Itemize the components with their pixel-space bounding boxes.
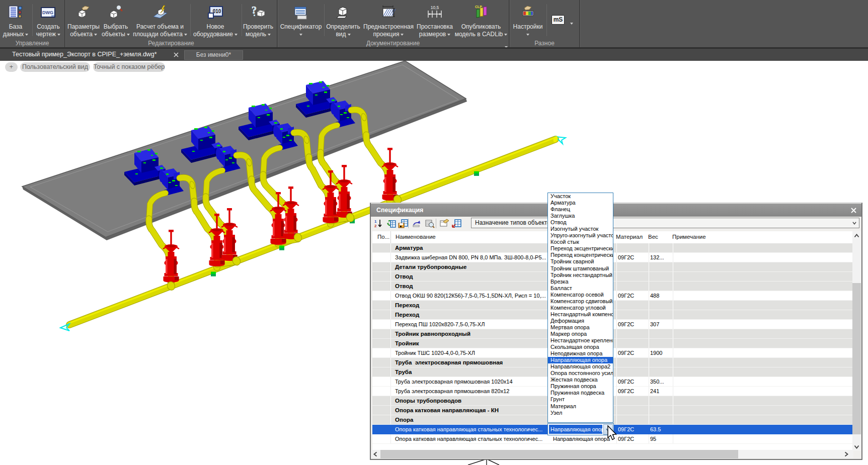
- svg-text:CLP: CLP: [475, 5, 482, 9]
- svg-text:1: 1: [374, 219, 377, 224]
- svg-text:10,5: 10,5: [431, 5, 439, 10]
- svg-text:DWG: DWG: [42, 10, 53, 15]
- svg-text:?: ?: [252, 5, 257, 16]
- svg-text:2: 2: [374, 224, 377, 228]
- svg-text:010: 010: [213, 9, 221, 14]
